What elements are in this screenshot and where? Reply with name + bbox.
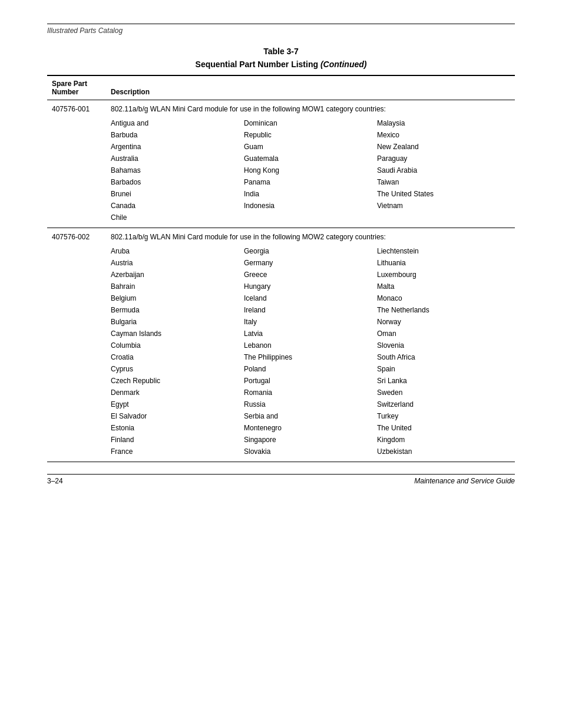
part-number-cell: 407576-001 <box>47 100 106 228</box>
country-entry: Antigua and <box>111 118 244 129</box>
country-entry: India <box>244 189 377 199</box>
country-entry: Barbados <box>111 177 244 187</box>
country-entry: The United States <box>377 189 510 199</box>
country-entry: Brunei <box>111 189 244 199</box>
countries-grid: ArubaAustriaAzerbaijanBahrainBelgiumBerm… <box>111 246 510 457</box>
table-row: 407576-001802.11a/b/g WLAN Mini Card mod… <box>47 100 515 228</box>
country-entry: Panama <box>244 177 377 187</box>
country-entry: Greece <box>244 269 377 280</box>
country-entry: New Zealand <box>377 141 510 152</box>
header-rule <box>47 24 515 24</box>
country-entry: Estonia <box>111 423 244 433</box>
country-entry: Montenegro <box>244 423 377 433</box>
country-entry: Iceland <box>244 293 377 304</box>
countries-grid: Antigua and BarbudaArgentinaAustraliaBah… <box>111 118 510 223</box>
country-entry: Bermuda <box>111 305 244 315</box>
country-entry: Sri Lanka <box>377 375 510 386</box>
country-entry: Romania <box>244 387 377 398</box>
country-entry: Indonesia <box>244 200 377 211</box>
description-cell: 802.11a/b/g WLAN Mini Card module for us… <box>106 228 515 462</box>
country-entry: Argentina <box>111 141 244 152</box>
country-col-1: Antigua and BarbudaArgentinaAustraliaBah… <box>111 118 244 223</box>
col2-header: Description <box>106 75 515 100</box>
country-entry: Liechtenstein <box>377 246 510 256</box>
subtitle-text: Sequential Part Number Listing <box>196 60 320 69</box>
country-entry: Serbia and <box>244 411 377 421</box>
table-header-row: Spare Part Number Description <box>47 75 515 100</box>
footer-line: 3–24 Maintenance and Service Guide <box>47 474 515 485</box>
title-section: Table 3-7 Sequential Part Number Listing… <box>47 47 515 69</box>
country-entry: Canada <box>111 200 244 211</box>
main-table: Spare Part Number Description 407576-001… <box>47 75 515 462</box>
country-entry: Malta <box>377 281 510 292</box>
footer-guide-title: Maintenance and Service Guide <box>414 477 515 485</box>
country-col-3: LiechtensteinLithuaniaLuxembourgMaltaMon… <box>377 246 510 457</box>
country-entry: Bahamas <box>111 165 244 176</box>
country-entry: Slovenia <box>377 340 510 351</box>
country-entry: Guam <box>244 141 377 152</box>
country-entry: Mexico <box>377 130 510 140</box>
subtitle-em: (Continued) <box>320 60 367 69</box>
country-entry: Denmark <box>111 387 244 398</box>
country-entry: Hungary <box>244 281 377 292</box>
country-entry: Georgia <box>244 246 377 256</box>
country-entry: Barbuda <box>111 130 244 140</box>
country-entry: Austria <box>111 258 244 268</box>
country-entry: Lebanon <box>244 340 377 351</box>
page: Illustrated Parts Catalog Table 3-7 Sequ… <box>0 0 562 728</box>
country-entry: The Netherlands <box>377 305 510 315</box>
country-entry: South Africa <box>377 352 510 363</box>
country-entry: Cyprus <box>111 364 244 374</box>
description-cell: 802.11a/b/g WLAN Mini Card module for us… <box>106 100 515 228</box>
country-entry: Azerbaijan <box>111 269 244 280</box>
country-entry: Italy <box>244 317 377 327</box>
country-entry: Belgium <box>111 293 244 304</box>
country-entry: Vietnam <box>377 200 510 211</box>
table-row: 407576-002802.11a/b/g WLAN Mini Card mod… <box>47 228 515 462</box>
country-entry: Columbia <box>111 340 244 351</box>
country-entry: Luxembourg <box>377 269 510 280</box>
table-title: Table 3-7 <box>47 47 515 56</box>
country-entry: Bahrain <box>111 281 244 292</box>
country-entry: Oman <box>377 328 510 339</box>
country-entry: Turkey <box>377 411 510 421</box>
country-entry: Taiwan <box>377 177 510 187</box>
country-entry: Aruba <box>111 246 244 256</box>
country-col-3: MalaysiaMexicoNew ZealandParaguaySaudi A… <box>377 118 510 223</box>
country-entry: Spain <box>377 364 510 374</box>
country-entry: Ireland <box>244 305 377 315</box>
country-entry: Republic <box>244 130 377 140</box>
country-entry: Switzerland <box>377 399 510 410</box>
country-entry: Croatia <box>111 352 244 363</box>
col1-header: Spare Part Number <box>47 75 106 100</box>
country-entry: Poland <box>244 364 377 374</box>
country-entry: Czech Republic <box>111 375 244 386</box>
country-entry: The United <box>377 423 510 433</box>
country-entry: Guatemala <box>244 153 377 164</box>
country-entry: Dominican <box>244 118 377 129</box>
country-col-2: GeorgiaGermanyGreeceHungaryIcelandIrelan… <box>244 246 377 457</box>
country-entry: Finland <box>111 434 244 445</box>
country-col-1: ArubaAustriaAzerbaijanBahrainBelgiumBerm… <box>111 246 244 457</box>
country-entry: Australia <box>111 153 244 164</box>
country-entry: Hong Kong <box>244 165 377 176</box>
country-entry: Malaysia <box>377 118 510 129</box>
country-entry: Slovakia <box>244 446 377 457</box>
desc-intro: 802.11a/b/g WLAN Mini Card module for us… <box>111 105 510 113</box>
footer-content: 3–24 Maintenance and Service Guide <box>47 477 515 485</box>
country-entry: Portugal <box>244 375 377 386</box>
country-entry: Uzbekistan <box>377 446 510 457</box>
country-entry: Kingdom <box>377 434 510 445</box>
country-entry: Germany <box>244 258 377 268</box>
country-entry: Cayman Islands <box>111 328 244 339</box>
country-entry: Sweden <box>377 387 510 398</box>
country-entry: Russia <box>244 399 377 410</box>
header-text: Illustrated Parts Catalog <box>47 27 515 35</box>
desc-intro: 802.11a/b/g WLAN Mini Card module for us… <box>111 233 510 241</box>
country-col-2: Dominican RepublicGuamGuatemalaHong Kong… <box>244 118 377 223</box>
country-entry: Monaco <box>377 293 510 304</box>
country-entry: Bulgaria <box>111 317 244 327</box>
country-entry: Lithuania <box>377 258 510 268</box>
country-entry: Singapore <box>244 434 377 445</box>
country-entry: The Philippines <box>244 352 377 363</box>
